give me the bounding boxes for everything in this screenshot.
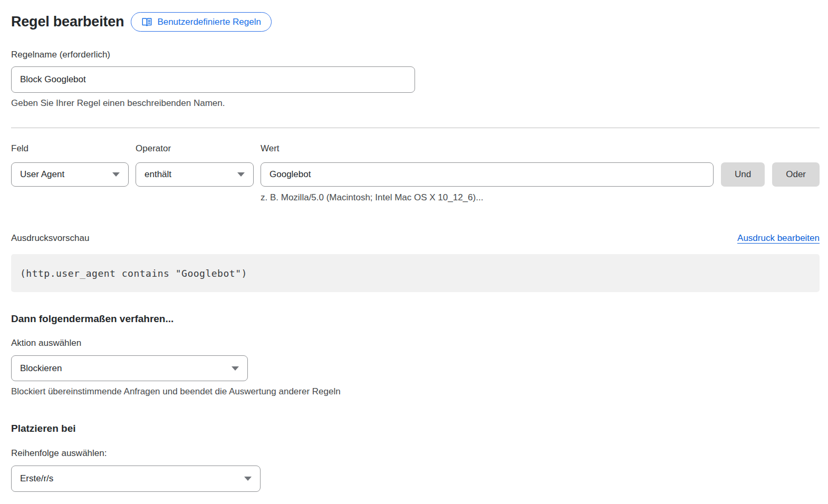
operator-select-value: enthält — [145, 169, 171, 180]
logic-buttons-column: Und Oder — [721, 143, 820, 203]
field-label: Feld — [11, 143, 129, 154]
chevron-down-icon — [112, 172, 120, 177]
docs-button-label: Benutzerdefinierte Regeln — [157, 17, 261, 27]
section-divider — [11, 128, 820, 128]
order-select[interactable]: Erste/r/s — [11, 466, 261, 492]
value-label: Wert — [261, 143, 714, 154]
rule-editor-page: Regel bearbeiten Benutzerdefinierte Rege… — [0, 0, 828, 492]
and-button[interactable]: Und — [721, 162, 765, 187]
field-select-value: User Agent — [20, 169, 64, 180]
chevron-down-icon — [237, 172, 245, 177]
field-column: Feld User Agent — [11, 143, 129, 203]
rule-name-help: Geben Sie Ihrer Regel einen beschreibend… — [11, 98, 820, 109]
expression-code: (http.user_agent contains "Googlebot") — [20, 268, 247, 279]
value-input[interactable] — [261, 162, 714, 187]
expression-preview-label: Ausdrucksvorschau — [11, 233, 89, 244]
open-book-icon — [141, 17, 152, 27]
rule-name-input[interactable] — [11, 66, 415, 93]
value-help: z. B. Mozilla/5.0 (Macintosh; Intel Mac … — [261, 192, 714, 203]
chevron-down-icon — [244, 477, 252, 481]
logic-spacer — [721, 143, 820, 162]
action-help: Blockiert übereinstimmende Anfragen und … — [11, 386, 820, 397]
rule-name-field-wrap — [11, 66, 415, 93]
placement-label: Reihenfolge auswählen: — [11, 448, 820, 459]
operator-column: Operator enthält — [136, 143, 254, 203]
action-select-value: Blockieren — [20, 363, 62, 374]
expression-header-row: Ausdrucksvorschau Ausdruck bearbeiten — [11, 233, 820, 244]
action-label: Aktion auswählen — [11, 338, 820, 348]
rule-name-label: Regelname (erforderlich) — [11, 50, 820, 60]
custom-rules-docs-button[interactable]: Benutzerdefinierte Regeln — [131, 12, 272, 32]
order-select-value: Erste/r/s — [20, 473, 53, 484]
logic-buttons: Und Oder — [721, 162, 820, 187]
edit-expression-link[interactable]: Ausdruck bearbeiten — [737, 233, 820, 244]
page-title: Regel bearbeiten — [11, 14, 124, 30]
or-button[interactable]: Oder — [772, 162, 820, 187]
field-select[interactable]: User Agent — [11, 162, 129, 187]
condition-row: Feld User Agent Operator enthält Wert z.… — [11, 143, 820, 203]
value-column: Wert z. B. Mozilla/5.0 (Macintosh; Intel… — [261, 143, 714, 203]
chevron-down-icon — [232, 366, 239, 371]
placement-section-heading: Platzieren bei — [11, 423, 820, 434]
operator-select[interactable]: enthält — [136, 162, 254, 187]
action-select[interactable]: Blockieren — [11, 355, 248, 381]
operator-label: Operator — [136, 143, 254, 154]
expression-preview-box: (http.user_agent contains "Googlebot") — [11, 254, 820, 292]
header: Regel bearbeiten Benutzerdefinierte Rege… — [11, 12, 820, 32]
action-section-heading: Dann folgendermaßen verfahren... — [11, 313, 820, 325]
